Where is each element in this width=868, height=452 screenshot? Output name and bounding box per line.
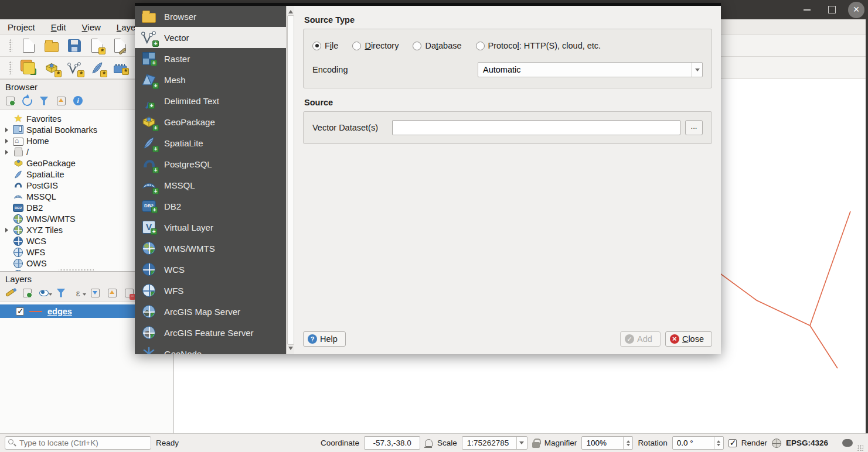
radio-icon bbox=[413, 42, 421, 50]
expand-arrow-icon[interactable] bbox=[4, 128, 10, 132]
search-icon bbox=[8, 439, 13, 444]
crs-globe-icon[interactable] bbox=[772, 439, 781, 448]
dialog-tab-wfs[interactable]: WFS bbox=[135, 280, 286, 301]
add-selected-layers-icon[interactable] bbox=[4, 95, 16, 107]
map-themes-icon[interactable] bbox=[38, 287, 50, 299]
scroll-down-icon[interactable] bbox=[288, 347, 293, 352]
layer-visibility-checkbox[interactable] bbox=[16, 307, 24, 316]
maximize-icon[interactable] bbox=[823, 2, 840, 18]
filter-expression-icon[interactable] bbox=[72, 287, 84, 299]
save-project-button[interactable] bbox=[66, 37, 83, 54]
dialog-tab-geopackage[interactable]: GeoPackage bbox=[135, 111, 286, 132]
postgis-icon bbox=[13, 181, 23, 190]
home-icon bbox=[13, 138, 23, 146]
arcgis-feature-server-icon bbox=[142, 326, 155, 339]
menu-edit[interactable]: Edit bbox=[51, 22, 66, 32]
menu-project[interactable]: Project bbox=[8, 22, 35, 32]
toolbar-drag-handle[interactable] bbox=[9, 39, 12, 52]
dialog-tab-vector[interactable]: Vector bbox=[135, 27, 286, 48]
crs-status[interactable]: EPSG:4326 bbox=[786, 439, 828, 447]
radio-database[interactable]: Database bbox=[413, 41, 461, 50]
dialog-tab-postgresql[interactable]: PostgreSQL bbox=[135, 153, 286, 174]
spinner-arrows-icon[interactable] bbox=[623, 437, 632, 449]
filter-browser-icon[interactable] bbox=[38, 95, 50, 107]
new-temporary-scratch-layer-button[interactable] bbox=[111, 59, 129, 77]
coordinate-input[interactable] bbox=[364, 436, 420, 450]
data-source-manager-button[interactable] bbox=[20, 59, 38, 77]
dialog-tab-geonode[interactable]: GeoNode bbox=[135, 343, 286, 354]
dialog-tab-mssql[interactable]: MSSQL bbox=[135, 174, 286, 196]
magnifier-label: Magnifier bbox=[544, 439, 577, 447]
new-geopackage-layer-button[interactable] bbox=[43, 59, 60, 77]
spinner-arrows-icon[interactable] bbox=[714, 437, 723, 449]
chevron-down-icon[interactable] bbox=[516, 437, 527, 449]
source-heading: Source bbox=[304, 98, 712, 107]
scroll-up-icon[interactable] bbox=[288, 8, 293, 13]
dialog-tab-arcgis-map-server[interactable]: ArcGIS Map Server bbox=[135, 301, 286, 322]
messages-icon[interactable] bbox=[842, 439, 853, 447]
collapse-all-icon[interactable] bbox=[106, 287, 118, 299]
source-type-heading: Source Type bbox=[304, 15, 712, 25]
dialog-tab-mesh[interactable]: Mesh bbox=[135, 69, 286, 90]
extents-toggle-icon[interactable] bbox=[425, 439, 433, 447]
magnifier-spinbox[interactable] bbox=[581, 436, 633, 450]
raster-icon bbox=[142, 52, 155, 65]
rotation-spinbox[interactable] bbox=[672, 436, 724, 450]
new-shapefile-layer-button[interactable] bbox=[66, 59, 83, 77]
open-project-button[interactable] bbox=[43, 37, 60, 54]
locator-input[interactable] bbox=[5, 436, 151, 450]
new-project-button[interactable] bbox=[20, 37, 38, 54]
radio-directory[interactable]: Directory bbox=[352, 41, 399, 50]
remove-layer-icon[interactable] bbox=[123, 287, 135, 299]
browse-button[interactable]: ... bbox=[685, 120, 703, 135]
radio-file[interactable]: File bbox=[312, 41, 338, 50]
status-message: Ready bbox=[156, 439, 179, 447]
expand-all-icon[interactable] bbox=[89, 287, 101, 299]
arcgis-map-server-icon bbox=[142, 305, 155, 318]
show-layout-manager-button[interactable] bbox=[111, 37, 129, 54]
dialog-tab-wms[interactable]: WMS/WMTS bbox=[135, 238, 286, 259]
radio-protocol[interactable]: Protocol: HTTP(S), cloud, etc. bbox=[476, 41, 601, 50]
toolbar-drag-handle[interactable] bbox=[9, 61, 12, 74]
collapse-all-icon[interactable] bbox=[55, 95, 67, 107]
dialog-tab-spatialite[interactable]: SpatiaLite bbox=[135, 132, 286, 153]
db2-icon bbox=[142, 200, 156, 212]
dialog-tab-db2[interactable]: DB2 bbox=[135, 196, 286, 217]
dialog-tab-virtual-layer[interactable]: Virtual Layer bbox=[135, 217, 286, 238]
expand-arrow-icon[interactable] bbox=[4, 150, 10, 155]
close-button[interactable]: Close bbox=[665, 331, 712, 347]
scrollbar-thumb[interactable] bbox=[287, 15, 294, 345]
new-spatialite-layer-button[interactable] bbox=[88, 59, 106, 77]
lock-scale-icon[interactable] bbox=[532, 442, 540, 448]
sidebar-scrollbar[interactable] bbox=[286, 6, 294, 354]
dialog-tab-raster[interactable]: Raster bbox=[135, 48, 286, 69]
encoding-combobox[interactable]: Automatic bbox=[478, 62, 703, 77]
locator-search[interactable] bbox=[5, 436, 151, 450]
wcs-globe-icon bbox=[13, 237, 23, 246]
filter-legend-icon[interactable] bbox=[55, 287, 67, 299]
close-icon[interactable] bbox=[848, 2, 864, 18]
add-button[interactable]: Add bbox=[620, 331, 661, 347]
minimize-icon[interactable] bbox=[799, 2, 815, 18]
resize-grip[interactable] bbox=[857, 445, 863, 451]
wms-globe-icon bbox=[13, 214, 23, 224]
chevron-down-icon[interactable] bbox=[692, 63, 702, 77]
scale-combobox[interactable]: 1:75262785 bbox=[462, 436, 527, 450]
new-project-icon bbox=[23, 39, 35, 53]
help-button[interactable]: Help bbox=[303, 331, 346, 347]
refresh-icon[interactable] bbox=[21, 95, 33, 107]
wms-globe-icon bbox=[142, 242, 155, 255]
expand-arrow-icon[interactable] bbox=[4, 139, 10, 143]
dialog-tab-browser[interactable]: Browser bbox=[135, 6, 286, 27]
dialog-tab-wcs[interactable]: WCS bbox=[135, 259, 286, 280]
menu-view[interactable]: View bbox=[82, 22, 101, 32]
dialog-tab-arcgis-feature-server[interactable]: ArcGIS Feature Server bbox=[135, 322, 286, 343]
expand-arrow-icon[interactable] bbox=[4, 228, 10, 232]
dialog-tab-delimited-text[interactable]: Delimited Text bbox=[135, 90, 286, 111]
new-print-layout-button[interactable] bbox=[88, 37, 106, 54]
add-group-icon[interactable] bbox=[21, 287, 33, 299]
render-checkbox[interactable] bbox=[729, 439, 737, 447]
layer-styling-icon[interactable] bbox=[4, 287, 16, 299]
properties-icon[interactable] bbox=[72, 95, 84, 107]
vector-datasets-input[interactable] bbox=[392, 120, 680, 135]
